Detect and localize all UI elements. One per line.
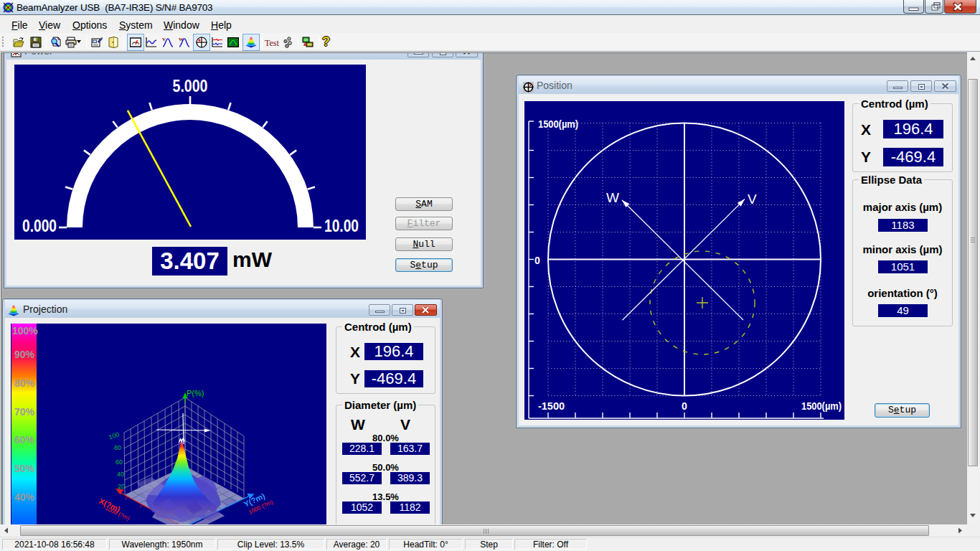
svg-text:-1500: -1500 [538, 400, 565, 412]
svg-text:1500(µm): 1500(µm) [801, 400, 842, 412]
svg-text:0: 0 [534, 255, 540, 266]
svg-text:40: 40 [117, 471, 124, 478]
svg-text:10.00: 10.00 [324, 217, 359, 235]
svg-text:1500(µm): 1500(µm) [538, 118, 578, 130]
svg-text:0.000: 0.000 [22, 217, 57, 235]
svg-text:60: 60 [116, 458, 123, 466]
svg-text:0: 0 [682, 400, 687, 412]
svg-text:100: 100 [108, 430, 120, 441]
svg-text:P(%): P(%) [187, 389, 204, 397]
svg-text:V: V [748, 192, 757, 207]
svg-text:20: 20 [118, 483, 125, 490]
svg-text:5.000: 5.000 [173, 77, 208, 95]
svg-text:80: 80 [114, 444, 121, 451]
svg-text:W: W [606, 190, 619, 205]
